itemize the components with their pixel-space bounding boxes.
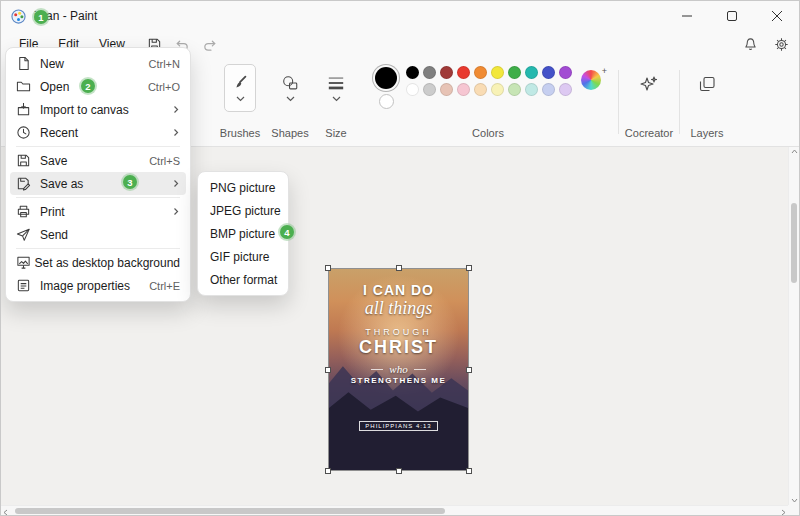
submenu-gif-picture[interactable]: GIF picture [202,245,284,268]
file-menu-set-as-desktop-background[interactable]: Set as desktop background [10,251,186,274]
horizontal-scroll-thumb[interactable] [15,508,445,514]
submenu-chevron-icon [172,128,180,137]
color-swatch[interactable] [542,83,555,96]
poster-reference: PHILIPPIANS 4:13 [329,421,468,431]
save-floppy-icon [16,153,40,168]
printer-icon [16,204,40,219]
color-swatch[interactable] [491,83,504,96]
scroll-up-icon[interactable] [791,149,798,154]
notification-bell-icon[interactable] [743,37,758,52]
submenu-jpeg-picture[interactable]: JPEG picture [202,199,284,222]
color-swatch[interactable] [406,83,419,96]
step-badge-3: 3 [123,175,137,189]
save-as-icon [16,176,40,191]
open-folder-icon [16,79,40,94]
layers-group: Layers [681,57,733,146]
submenu-chevron-icon [172,179,180,188]
color-swatch[interactable] [559,83,572,96]
window-controls [664,1,799,31]
color-swatch[interactable] [491,66,504,79]
file-menu-save[interactable]: Save Ctrl+S [10,149,186,172]
brushes-button[interactable] [224,64,256,112]
layers-icon [697,74,717,94]
ribbon-separator [679,70,680,134]
color-swatch[interactable] [423,83,436,96]
selection-handle[interactable] [466,367,472,373]
vertical-scroll-thumb[interactable] [791,203,797,283]
scroll-left-icon[interactable] [3,509,8,516]
selection-handle[interactable] [325,367,331,373]
layers-label: Layers [690,127,723,139]
chevron-down-icon [236,96,245,102]
color-swatch[interactable] [474,66,487,79]
submenu-png-picture[interactable]: PNG picture [202,176,284,199]
color-swatch[interactable] [440,66,453,79]
step-badge-2: 2 [81,79,95,93]
shapes-button[interactable] [274,64,306,112]
shapes-icon [281,74,299,92]
brush-icon [231,74,249,92]
layers-button[interactable] [691,64,723,104]
step-badge-4: 4 [280,225,294,239]
color-swatch[interactable] [525,66,538,79]
primary-color-swatch[interactable] [375,67,397,89]
color-swatch[interactable] [423,66,436,79]
selection-handle[interactable] [325,265,331,271]
selected-image[interactable]: I CAN DO all things THROUGH CHRIST who S… [328,268,469,471]
color-swatch[interactable] [457,66,470,79]
color-swatch[interactable] [508,83,521,96]
color-swatch[interactable] [508,66,521,79]
settings-gear-icon[interactable] [774,37,789,52]
size-button[interactable] [320,64,352,112]
size-label: Size [325,127,346,139]
file-menu-open[interactable]: Open Ctrl+O [10,75,186,98]
colors-label: Colors [472,127,504,139]
file-menu-import-to-canvas[interactable]: Import to canvas [10,98,186,121]
desktop-background-icon [16,255,35,270]
color-swatch[interactable] [474,83,487,96]
selection-handle[interactable] [396,468,402,474]
submenu-bmp-picture[interactable]: BMP picture [202,222,284,245]
secondary-color-swatch[interactable] [379,94,394,109]
plus-icon: + [602,66,607,76]
color-swatch[interactable] [457,83,470,96]
close-button[interactable] [754,1,799,31]
submenu-chevron-icon [172,207,180,216]
poster-text-line6: STRENGTHENS ME [329,376,468,385]
color-swatch[interactable] [542,66,555,79]
color-palette [406,66,572,96]
scroll-right-icon[interactable] [781,509,786,516]
minimize-button[interactable] [664,1,709,31]
paint-window: i can - Paint File Edit View [0,0,800,516]
scroll-down-icon[interactable] [791,498,798,503]
color-swatch[interactable] [440,83,453,96]
vertical-scrollbar[interactable] [788,147,799,505]
selection-handle[interactable] [466,265,472,271]
color-swatch[interactable] [406,66,419,79]
poster-text-line2: all things [329,298,468,319]
file-menu-save-as[interactable]: Save as [10,172,186,195]
redo-icon[interactable] [202,37,218,52]
file-menu-new[interactable]: New Ctrl+N [10,52,186,75]
submenu-other-format[interactable]: Other format [202,268,284,291]
file-menu-image-properties[interactable]: Image properties Ctrl+E [10,274,186,297]
file-menu-print[interactable]: Print [10,200,186,223]
image-properties-icon [16,278,40,293]
edit-colors-button[interactable]: + [581,70,601,90]
cocreator-button[interactable] [633,64,665,104]
selection-handle[interactable] [466,468,472,474]
color-swatch[interactable] [559,66,572,79]
file-menu-send[interactable]: Send [10,223,186,246]
scrollbar-corner [788,505,799,516]
sparkle-icon [639,74,659,94]
file-menu-recent[interactable]: Recent [10,121,186,144]
color-swatch[interactable] [525,83,538,96]
selection-handle[interactable] [396,265,402,271]
maximize-button[interactable] [709,1,754,31]
selection-handle[interactable] [325,468,331,474]
poster-text-line3: THROUGH [329,327,468,337]
menubar-right [743,37,789,52]
poster-text-line4: CHRIST [329,337,468,358]
shapes-label: Shapes [271,127,308,139]
horizontal-scrollbar[interactable] [1,505,788,516]
